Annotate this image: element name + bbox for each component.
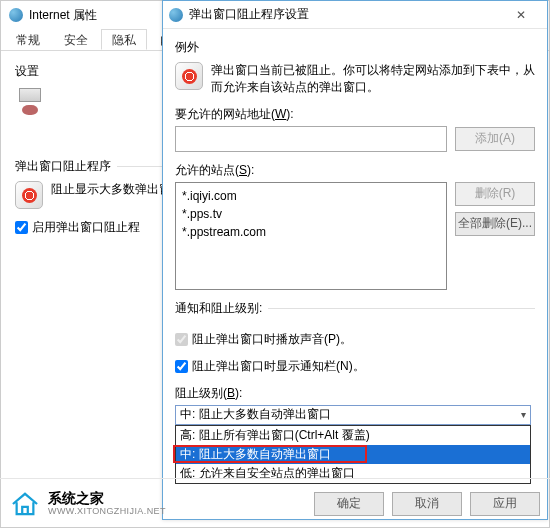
block-level-dropdown: 高: 阻止所有弹出窗口(Ctrl+Alt 覆盖) 中: 阻止大多数自动弹出窗口 …: [175, 425, 531, 484]
house-icon: [10, 491, 40, 517]
chevron-down-icon: ▾: [521, 409, 526, 420]
exceptions-label: 例外: [175, 39, 535, 56]
play-sound-checkbox[interactable]: [175, 333, 188, 346]
exceptions-text: 弹出窗口当前已被阻止。你可以将特定网站添加到下表中，从而允许来自该站点的弹出窗口…: [211, 62, 535, 96]
brand-name-en: WWW.XITONGZHIJIA.NET: [48, 506, 166, 516]
tab-security[interactable]: 安全: [53, 29, 99, 50]
globe-icon: [9, 8, 23, 22]
exception-shield-icon: [175, 62, 203, 90]
cancel-button[interactable]: 取消: [392, 492, 462, 516]
page-footer: 系统之家 WWW.XITONGZHIJIA.NET 确定 取消 应用: [0, 478, 550, 528]
close-button[interactable]: ✕: [501, 1, 541, 29]
privacy-slider-icon: [15, 86, 45, 116]
dialog-title: 弹出窗口阻止程序设置: [189, 6, 501, 23]
notify-level-section: 通知和阻止级别: 阻止弹出窗口时播放声音(P)。 阻止弹出窗口时显示通知栏(N)…: [175, 308, 535, 425]
list-item[interactable]: *.ppstream.com: [182, 223, 440, 241]
ok-button[interactable]: 确定: [314, 492, 384, 516]
dropdown-option-medium[interactable]: 中: 阻止大多数自动弹出窗口: [176, 445, 530, 464]
blocker-shield-icon: [15, 181, 43, 209]
remove-button[interactable]: 删除(R): [455, 182, 535, 206]
allowed-sites-label: 允许的站点(S):: [175, 162, 535, 179]
allowed-sites-list[interactable]: *.iqiyi.com *.pps.tv *.ppstream.com: [175, 182, 447, 290]
list-item[interactable]: *.pps.tv: [182, 205, 440, 223]
popup-blocker-settings-window: 弹出窗口阻止程序设置 ✕ 例外 弹出窗口当前已被阻止。你可以将特定网站添加到下表…: [162, 0, 548, 520]
close-icon: ✕: [516, 8, 526, 22]
block-level-label: 阻止级别(B):: [175, 385, 535, 402]
window-title: Internet 属性: [29, 7, 97, 24]
brand-name-cn: 系统之家: [48, 490, 166, 506]
add-button[interactable]: 添加(A): [455, 127, 535, 151]
allow-address-label: 要允许的网站地址(W):: [175, 106, 535, 123]
play-sound-label: 阻止弹出窗口时播放声音(P)。: [192, 331, 352, 348]
show-infobar-checkbox[interactable]: [175, 360, 188, 373]
group-label: 弹出窗口阻止程序: [15, 158, 117, 175]
list-item[interactable]: *.iqiyi.com: [182, 187, 440, 205]
section-label: 通知和阻止级别:: [175, 300, 268, 317]
dropdown-option-high[interactable]: 高: 阻止所有弹出窗口(Ctrl+Alt 覆盖): [176, 426, 530, 445]
block-level-combobox[interactable]: 中: 阻止大多数自动弹出窗口 ▾: [175, 405, 531, 425]
combobox-value: 中: 阻止大多数自动弹出窗口: [180, 406, 331, 423]
tab-privacy[interactable]: 隐私: [101, 29, 147, 50]
remove-all-button[interactable]: 全部删除(E)...: [455, 212, 535, 236]
show-infobar-label: 阻止弹出窗口时显示通知栏(N)。: [192, 358, 365, 375]
globe-icon: [169, 8, 183, 22]
brand-logo: 系统之家 WWW.XITONGZHIJIA.NET: [10, 490, 314, 516]
enable-blocker-label: 启用弹出窗口阻止程: [32, 219, 140, 236]
dialog-titlebar: 弹出窗口阻止程序设置 ✕: [163, 1, 547, 29]
tab-general[interactable]: 常规: [5, 29, 51, 50]
apply-button[interactable]: 应用: [470, 492, 540, 516]
enable-blocker-checkbox[interactable]: [15, 221, 28, 234]
allow-address-input[interactable]: [175, 126, 447, 152]
